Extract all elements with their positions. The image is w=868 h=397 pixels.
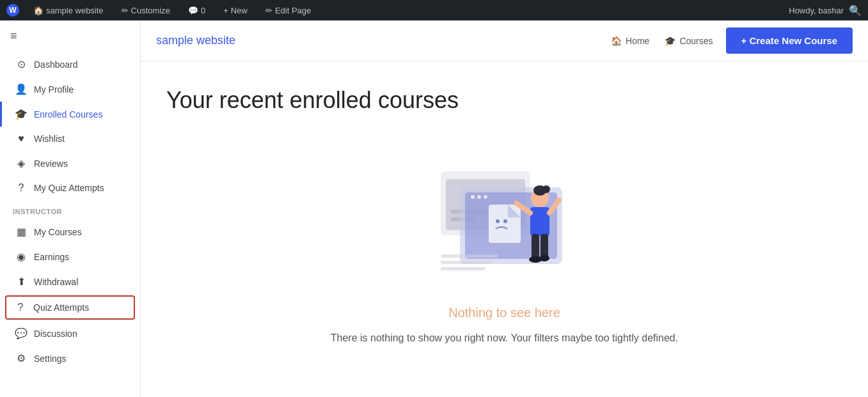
svg-rect-23	[441, 254, 498, 258]
sidebar-item-label: Reviews	[34, 159, 68, 169]
admin-bar-new[interactable]: + New	[219, 0, 251, 20]
howdy-text: Howdy, bashar	[789, 6, 844, 15]
sidebar-item-label: Discussion	[34, 329, 77, 339]
admin-bar-site[interactable]: 🏠 sample website	[29, 0, 107, 20]
edit-icon: ✏	[265, 6, 272, 15]
home-link[interactable]: 🏠 Home	[611, 36, 649, 46]
top-nav-links: 🏠 Home 🎓 Courses	[611, 36, 713, 46]
svg-point-7	[477, 195, 481, 199]
sidebar-item-label: Quiz Attempts	[33, 302, 89, 313]
admin-bar-customize[interactable]: ✏ Customize	[118, 0, 174, 20]
svg-rect-19	[532, 234, 539, 260]
sidebar-item-enrolled-courses[interactable]: 🎓 Enrolled Courses	[0, 102, 140, 127]
profile-icon: 👤	[15, 83, 28, 95]
sidebar-item-wishlist[interactable]: ♥ Wishlist	[0, 127, 140, 151]
svg-point-22	[539, 255, 549, 261]
courses-link[interactable]: 🎓 Courses	[665, 36, 713, 46]
layout: ≡ ⊙ Dashboard 👤 My Profile 🎓 Enrolled Co…	[0, 0, 868, 397]
svg-rect-9	[489, 205, 521, 243]
home-icon: 🏠	[611, 36, 622, 46]
site-name-link[interactable]: sample website	[156, 34, 235, 47]
settings-icon: ⚙	[15, 352, 28, 364]
svg-point-12	[503, 219, 507, 223]
instructor-section-label: INSTRUCTOR	[0, 200, 140, 219]
svg-point-6	[471, 195, 475, 199]
top-nav: sample website 🏠 Home 🎓 Courses + Create…	[141, 20, 868, 61]
sidebar-item-label: Withdrawal	[34, 277, 78, 287]
comments-icon: 💬	[188, 6, 198, 15]
sidebar-item-label: Enrolled Courses	[34, 109, 102, 120]
dashboard-icon: ⊙	[15, 58, 28, 70]
plus-icon: +	[223, 6, 228, 15]
sidebar-item-earnings[interactable]: ◉ Earnings	[0, 244, 140, 269]
empty-illustration	[422, 152, 588, 293]
svg-rect-25	[441, 267, 485, 270]
withdrawal-icon: ⬆	[15, 276, 28, 288]
sidebar-item-my-courses[interactable]: ▦ My Courses	[0, 219, 140, 244]
my-courses-icon: ▦	[15, 226, 28, 238]
reviews-icon: ◈	[15, 157, 28, 169]
sidebar: ≡ ⊙ Dashboard 👤 My Profile 🎓 Enrolled Co…	[0, 20, 141, 397]
sidebar-item-label: Settings	[34, 354, 67, 364]
admin-bar-edit-page[interactable]: ✏ Edit Page	[262, 0, 315, 20]
page-title: Your recent enrolled courses	[166, 87, 842, 114]
admin-search-icon[interactable]: 🔍	[849, 4, 862, 17]
enrolled-icon: 🎓	[15, 108, 28, 120]
page-content: Your recent enrolled courses	[141, 61, 868, 397]
svg-rect-16	[530, 207, 549, 236]
create-course-button[interactable]: + Create New Course	[726, 27, 853, 54]
empty-state-title: Nothing to see here	[448, 306, 560, 320]
sidebar-item-my-profile[interactable]: 👤 My Profile	[0, 77, 140, 102]
sidebar-item-label: My Quiz Attempts	[34, 183, 104, 193]
discussion-icon: 💬	[15, 327, 28, 339]
customize-icon: ✏	[122, 6, 129, 15]
site-icon: 🏠	[33, 6, 43, 15]
courses-nav-icon: 🎓	[665, 36, 675, 46]
wp-logo-icon[interactable]: W	[6, 4, 19, 17]
sidebar-item-discussion[interactable]: 💬 Discussion	[0, 321, 140, 346]
empty-state: Nothing to see here There is nothing to …	[166, 139, 842, 371]
sidebar-item-quiz-attempts[interactable]: ? Quiz Attempts	[5, 295, 135, 320]
quiz-attempts-icon: ?	[14, 302, 27, 313]
sidebar-item-label: My Profile	[34, 84, 74, 95]
sidebar-toggle[interactable]: ≡	[0, 20, 140, 52]
sidebar-item-dashboard[interactable]: ⊙ Dashboard	[0, 52, 140, 77]
admin-bar-comments[interactable]: 💬 0	[184, 0, 209, 20]
admin-bar-right: Howdy, bashar 🔍	[789, 4, 862, 17]
wishlist-icon: ♥	[15, 133, 28, 144]
svg-rect-24	[441, 261, 492, 264]
sidebar-item-label: Dashboard	[34, 59, 78, 70]
sidebar-item-my-quiz-attempts[interactable]: ? My Quiz Attempts	[0, 176, 140, 200]
sidebar-item-label: Earnings	[34, 252, 69, 262]
empty-state-desc: There is nothing to show you right now. …	[331, 331, 678, 346]
earnings-icon: ◉	[15, 251, 28, 263]
svg-point-15	[542, 185, 550, 193]
sidebar-item-label: Wishlist	[34, 134, 65, 144]
sidebar-item-settings[interactable]: ⚙ Settings	[0, 346, 140, 371]
quiz-icon: ?	[15, 182, 28, 194]
sidebar-item-label: My Courses	[34, 227, 82, 237]
main-content: sample website 🏠 Home 🎓 Courses + Create…	[141, 20, 868, 397]
admin-bar: W 🏠 sample website ✏ Customize 💬 0 + New…	[0, 0, 868, 20]
sidebar-item-withdrawal[interactable]: ⬆ Withdrawal	[0, 269, 140, 294]
sidebar-item-reviews[interactable]: ◈ Reviews	[0, 151, 140, 176]
svg-point-11	[496, 219, 500, 223]
svg-point-8	[484, 195, 487, 199]
